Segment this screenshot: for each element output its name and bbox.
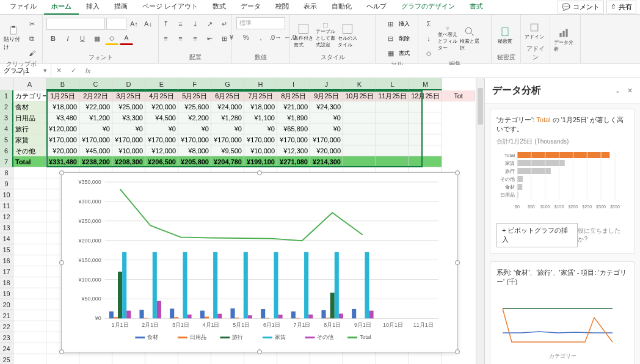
cell[interactable]: ¥24,000 xyxy=(211,101,244,112)
number-format-select[interactable]: 標準 xyxy=(236,17,285,29)
data-analysis-button[interactable]: データ分析 xyxy=(554,27,573,53)
cell[interactable]: ¥18,000 xyxy=(244,101,277,112)
cell[interactable] xyxy=(343,354,376,364)
paste-button[interactable]: 貼り付け xyxy=(4,26,23,51)
cell[interactable]: ¥20,000 xyxy=(310,145,343,156)
cell[interactable]: Tot xyxy=(442,90,475,101)
cell[interactable] xyxy=(376,123,409,134)
cell[interactable]: ¥10,000 xyxy=(244,145,277,156)
cell[interactable] xyxy=(13,167,46,178)
format-cells-icon[interactable]: ▦ xyxy=(384,46,398,60)
align-bottom-icon[interactable]: ⤓ xyxy=(189,17,202,31)
cell[interactable] xyxy=(376,112,409,123)
cell[interactable]: ¥0 xyxy=(145,123,178,134)
comma-icon[interactable]: , xyxy=(254,31,267,44)
cell[interactable]: ¥204,780 xyxy=(211,156,244,167)
cell[interactable] xyxy=(343,112,376,123)
format-painter-button[interactable]: 🖌 xyxy=(25,46,38,60)
cell[interactable] xyxy=(13,288,46,299)
cell[interactable] xyxy=(13,277,46,288)
cell[interactable] xyxy=(409,112,442,123)
cell[interactable] xyxy=(13,178,46,189)
col-header[interactable]: J xyxy=(310,78,343,90)
wrap-text-icon[interactable]: ↵ xyxy=(218,17,231,31)
tab-数式[interactable]: 数式 xyxy=(205,0,233,15)
cell[interactable] xyxy=(13,233,46,244)
tab-ファイル[interactable]: ファイル xyxy=(2,0,44,15)
insert-cells-icon[interactable]: ⊞ xyxy=(384,17,398,31)
col-header[interactable]: D xyxy=(112,78,145,90)
cell[interactable] xyxy=(343,123,376,134)
cell[interactable] xyxy=(13,310,46,321)
cell[interactable]: 9月25日 xyxy=(310,90,343,101)
col-header[interactable]: F xyxy=(178,78,211,90)
cell[interactable]: ¥170,000 xyxy=(46,134,79,145)
delete-cells-icon[interactable]: ⊟ xyxy=(384,32,398,45)
cell[interactable] xyxy=(310,354,343,364)
row-header[interactable]: 4 xyxy=(0,123,13,134)
cell[interactable]: ¥0 xyxy=(211,123,244,134)
tab-校閲[interactable]: 校閲 xyxy=(268,0,296,15)
comments-button[interactable]: 💬 コメント xyxy=(558,1,604,13)
cell[interactable] xyxy=(13,266,46,277)
cell[interactable] xyxy=(112,354,145,364)
cell[interactable] xyxy=(409,354,442,364)
cell[interactable] xyxy=(244,354,277,364)
row-header[interactable]: 25 xyxy=(0,354,13,364)
cell[interactable]: ¥0 xyxy=(244,123,277,134)
cell[interactable]: 11月25日 xyxy=(376,90,409,101)
cell[interactable] xyxy=(409,156,442,167)
name-box[interactable]: グラフ 1▾ xyxy=(0,64,51,78)
cell[interactable]: ¥24,300 xyxy=(310,101,343,112)
cell[interactable] xyxy=(277,354,310,364)
tab-自動化[interactable]: 自動化 xyxy=(324,0,359,15)
align-center-icon[interactable]: ≡ xyxy=(174,32,187,45)
addins-button[interactable]: アドイン xyxy=(525,18,544,44)
helpful-link[interactable]: 役に立ちましたか? xyxy=(578,227,628,244)
cell[interactable]: Total xyxy=(13,156,46,167)
cell[interactable] xyxy=(343,134,376,145)
cell[interactable]: ¥8,000 xyxy=(178,145,211,156)
row-header[interactable]: 19 xyxy=(0,288,13,299)
cell[interactable] xyxy=(178,354,211,364)
cell[interactable]: ¥170,000 xyxy=(310,134,343,145)
row-header[interactable]: 21 xyxy=(0,310,13,321)
cell[interactable]: カテゴリー xyxy=(13,90,46,101)
font-size-select[interactable] xyxy=(106,18,126,30)
col-header[interactable]: I xyxy=(277,78,310,90)
cell[interactable]: ¥1,890 xyxy=(277,112,310,123)
find-select-button[interactable]: 検索と選択 xyxy=(460,26,479,51)
col-header[interactable]: G xyxy=(211,78,244,90)
cell[interactable]: ¥12,000 xyxy=(145,145,178,156)
cell[interactable]: その他 xyxy=(13,145,46,156)
cell[interactable]: ¥2,200 xyxy=(178,112,211,123)
cell[interactable]: ¥271,080 xyxy=(277,156,310,167)
cell[interactable]: ¥3,300 xyxy=(112,112,145,123)
cell[interactable] xyxy=(343,156,376,167)
cell[interactable] xyxy=(13,255,46,266)
row-header[interactable]: 17 xyxy=(0,266,13,277)
cell[interactable]: 8月25日 xyxy=(277,90,310,101)
conditional-format-button[interactable]: 条件付き書式 xyxy=(294,23,313,48)
cell[interactable]: ¥25,000 xyxy=(112,101,145,112)
cancel-formula-icon[interactable]: ✕ xyxy=(51,67,66,75)
cell[interactable]: 12月25日 xyxy=(409,90,442,101)
cell[interactable]: ¥199,100 xyxy=(244,156,277,167)
col-header[interactable]: E xyxy=(145,78,178,90)
copy-button[interactable]: ⧉ xyxy=(25,32,38,45)
currency-icon[interactable]: ¥ xyxy=(225,31,238,44)
cell[interactable] xyxy=(13,189,46,200)
col-header[interactable]: M xyxy=(409,78,442,90)
cell[interactable]: ¥170,000 xyxy=(211,134,244,145)
row-header[interactable]: 5 xyxy=(0,134,13,145)
bold-button[interactable]: B xyxy=(46,32,60,45)
col-header[interactable]: K xyxy=(343,78,376,90)
cell[interactable]: ¥206,500 xyxy=(145,156,178,167)
cell[interactable]: 2月22日 xyxy=(79,90,112,101)
cell[interactable] xyxy=(13,343,46,354)
tab-ページ レイアウト[interactable]: ページ レイアウト xyxy=(135,0,205,15)
cell[interactable] xyxy=(376,156,409,167)
cell[interactable]: 旅行 xyxy=(13,123,46,134)
clear-icon[interactable]: ◇ xyxy=(422,46,435,60)
indent-decrease-icon[interactable]: ⇤ xyxy=(203,32,217,45)
